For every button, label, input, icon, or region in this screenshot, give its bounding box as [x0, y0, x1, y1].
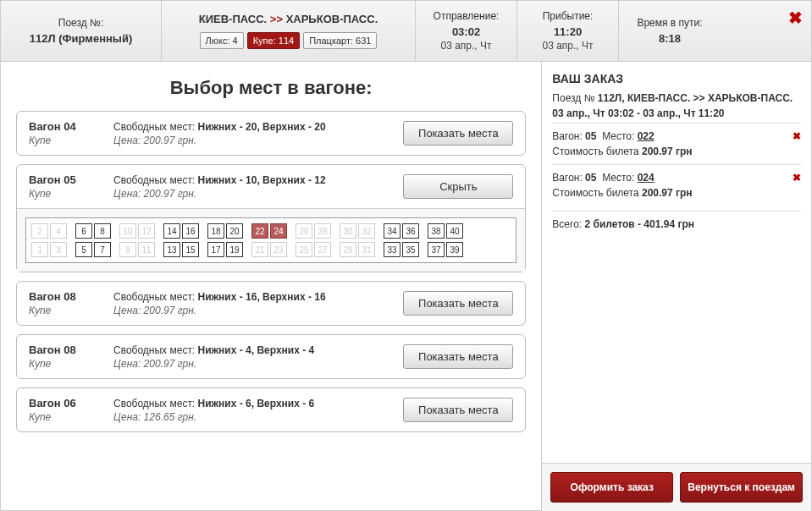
wagon-info: Свободных мест: Нижних - 4, Верхних - 4Ц… [113, 344, 403, 370]
wagon-id: Вагон 08Купе [29, 343, 113, 370]
toggle-seats-button[interactable]: Показать места [403, 291, 513, 316]
header: ✖ Поезд №: 112Л (Фирменный) КИЕВ-ПАСС. >… [1, 1, 811, 62]
toggle-seats-button[interactable]: Показать места [403, 344, 513, 369]
wagon-card: Вагон 08КупеСвободных мест: Нижних - 16,… [16, 281, 526, 326]
seat[interactable]: 35 [402, 242, 419, 257]
arrival-col: Прибытие: 11:20 03 апр., Чт [517, 1, 619, 61]
wagon-id: Вагон 06Купе [29, 397, 113, 423]
order-date-line: 03 апр., Чт 03:02 - 03 апр., Чт 11:20 [552, 107, 801, 119]
seat[interactable]: 37 [428, 242, 445, 257]
seat[interactable]: 39 [446, 242, 463, 257]
wagon-list-panel[interactable]: Выбор мест в вагоне: Вагон 04КупеСвободн… [1, 62, 542, 511]
toggle-seats-button[interactable]: Показать места [403, 121, 513, 146]
body: Выбор мест в вагоне: Вагон 04КупеСвободн… [1, 62, 811, 511]
order-actions: Оформить заказ Вернуться к поездам [542, 463, 811, 511]
back-button[interactable]: Вернуться к поездам [680, 472, 803, 503]
seat: 21 [251, 242, 268, 257]
route-arrow-icon: >> [270, 13, 283, 25]
duration-col: Время в пути: 8:18 [619, 1, 721, 61]
seat-map: 2468101214161820222426283032343638401357… [17, 208, 525, 272]
seat-link[interactable]: 022 [638, 130, 655, 142]
seat[interactable]: 7 [94, 242, 111, 257]
order-title: ВАШ ЗАКАЗ [552, 72, 801, 85]
toggle-seats-button[interactable]: Скрыть [403, 174, 513, 199]
wagon-card: Вагон 05КупеСвободных мест: Нижних - 10,… [16, 164, 526, 272]
wagon-id: Вагон 05Купе [29, 173, 113, 200]
seat[interactable]: 5 [75, 242, 92, 257]
seat: 28 [314, 223, 331, 239]
train-label: Поезд №: [11, 17, 151, 29]
train-info: Поезд №: 112Л (Фирменный) [1, 1, 162, 61]
wagon-card: Вагон 08КупеСвободных мест: Нижних - 4, … [16, 334, 526, 379]
seat[interactable]: 24 [270, 223, 287, 239]
car-type-tab[interactable]: Плацкарт: 631 [303, 32, 377, 49]
seat: 10 [119, 223, 136, 239]
seat[interactable]: 20 [226, 223, 243, 239]
order-item: ✖Вагон: 05 Место: 024Стоимость билета 20… [552, 164, 801, 206]
seat: 9 [119, 242, 136, 257]
wagon-id: Вагон 04Купе [29, 120, 113, 146]
seat: 1 [31, 242, 48, 257]
seat: 30 [340, 223, 356, 239]
seat[interactable]: 14 [163, 223, 180, 239]
seat[interactable]: 36 [402, 223, 419, 239]
order-item: ✖Вагон: 05 Место: 022Стоимость билета 20… [552, 123, 801, 164]
wagon-info: Свободных мест: Нижних - 20, Верхних - 2… [113, 121, 403, 146]
wagon-info: Свободных мест: Нижних - 6, Верхних - 6Ц… [113, 398, 403, 423]
seat: 27 [314, 242, 331, 257]
route-from: КИЕВ-ПАСС. [199, 13, 267, 25]
route-info: КИЕВ-ПАСС. >> ХАРЬКОВ-ПАСС. Люкс: 4Купе:… [162, 1, 416, 61]
route-to: ХАРЬКОВ-ПАСС. [286, 13, 378, 25]
seat[interactable]: 34 [384, 223, 400, 239]
seat[interactable]: 22 [251, 223, 268, 239]
close-icon[interactable]: ✖ [788, 8, 803, 28]
page-title: Выбор мест в вагоне: [16, 77, 526, 99]
seat[interactable]: 17 [207, 242, 224, 257]
booking-modal: ✖ Поезд №: 112Л (Фирменный) КИЕВ-ПАСС. >… [0, 0, 812, 511]
seat[interactable]: 16 [182, 223, 199, 239]
seat[interactable]: 33 [384, 242, 400, 257]
wagon-card: Вагон 04КупеСвободных мест: Нижних - 20,… [16, 111, 526, 156]
remove-item-icon[interactable]: ✖ [793, 172, 801, 184]
seat: 23 [270, 242, 287, 257]
seat: 25 [296, 242, 312, 257]
seat[interactable]: 6 [75, 223, 92, 239]
seat: 3 [50, 242, 67, 257]
car-type-tab[interactable]: Люкс: 4 [200, 32, 244, 49]
departure-col: Отправление: 03:02 03 апр., Чт [416, 1, 517, 61]
seat: 11 [138, 242, 155, 257]
seat: 2 [31, 223, 48, 239]
wagon-info: Свободных мест: Нижних - 10, Верхних - 1… [113, 174, 403, 200]
seat: 4 [50, 223, 67, 239]
seat: 32 [358, 223, 375, 239]
seat[interactable]: 18 [207, 223, 224, 239]
train-value: 112Л (Фирменный) [11, 32, 151, 45]
checkout-button[interactable]: Оформить заказ [550, 472, 673, 503]
car-type-tab[interactable]: Купе: 114 [247, 32, 300, 49]
car-type-tabs: Люкс: 4Купе: 114Плацкарт: 631 [200, 32, 378, 49]
wagon-info: Свободных мест: Нижних - 16, Верхних - 1… [113, 291, 403, 316]
seat[interactable]: 40 [446, 223, 463, 239]
seat[interactable]: 15 [182, 242, 199, 257]
toggle-seats-button[interactable]: Показать места [403, 398, 513, 422]
seat[interactable]: 38 [428, 223, 445, 239]
seat-link[interactable]: 024 [638, 172, 655, 184]
wagon-card: Вагон 06КупеСвободных мест: Нижних - 6, … [16, 387, 526, 432]
seat[interactable]: 19 [226, 242, 243, 257]
seat: 26 [296, 223, 312, 239]
remove-item-icon[interactable]: ✖ [793, 130, 801, 142]
seat[interactable]: 8 [94, 223, 111, 239]
seat: 12 [138, 223, 155, 239]
seat: 31 [358, 242, 375, 257]
order-total: Всего: 2 билетов - 401.94 грн [552, 211, 801, 230]
order-train-line: Поезд № 112Л, КИЕВ-ПАСС. >> ХАРЬКОВ-ПАСС… [552, 92, 801, 104]
seat[interactable]: 13 [163, 242, 180, 257]
order-sidebar: ВАШ ЗАКАЗ Поезд № 112Л, КИЕВ-ПАСС. >> ХА… [542, 62, 811, 511]
order-panel[interactable]: ВАШ ЗАКАЗ Поезд № 112Л, КИЕВ-ПАСС. >> ХА… [542, 62, 811, 463]
seat: 29 [340, 242, 356, 257]
wagon-id: Вагон 08Купе [29, 290, 113, 316]
